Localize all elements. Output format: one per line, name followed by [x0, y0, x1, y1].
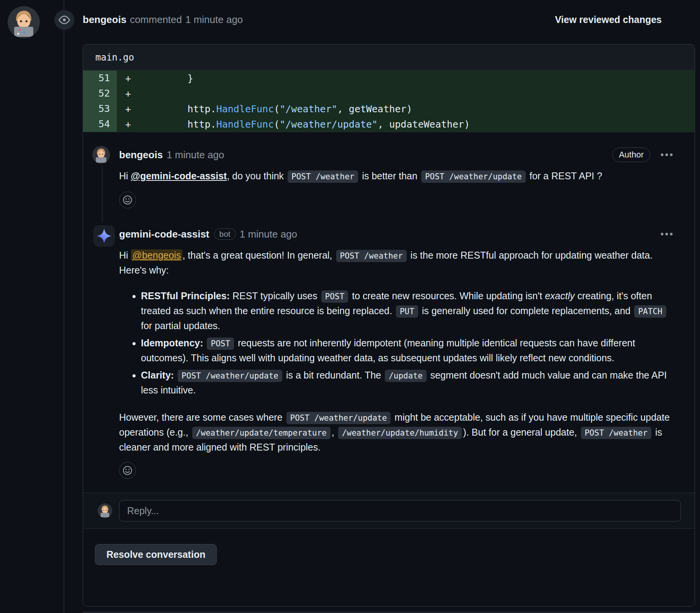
comment-timestamp[interactable]: 1 minute ago	[167, 149, 224, 161]
inline-code: POST /weather/update	[178, 370, 282, 382]
bot-badge: bot	[214, 228, 236, 240]
diff-addition-sign: +	[117, 73, 141, 84]
review-action-text: commented	[130, 14, 182, 26]
diff-addition-sign: +	[117, 103, 141, 115]
reply-input[interactable]	[119, 500, 681, 521]
resolve-area: Resolve conversation	[83, 529, 695, 565]
inline-code: POST /weather	[581, 427, 651, 439]
inline-code: PATCH	[634, 305, 666, 318]
mention-link[interactable]: @bengeois	[131, 249, 183, 261]
comment-menu-button[interactable]	[660, 232, 673, 236]
inline-code: /update	[385, 370, 427, 382]
reviewer-username-link[interactable]: bengeois	[83, 14, 126, 26]
memoji-avatar-image	[98, 503, 112, 518]
review-timestamp[interactable]: 1 minute ago	[185, 14, 243, 26]
smiley-icon	[123, 195, 132, 205]
comment-bullet-list: RESTful Principles: REST typically uses …	[141, 289, 673, 397]
diff-addition-sign: +	[117, 119, 141, 130]
comment-author-link[interactable]: bengeois	[119, 149, 163, 161]
gemini-bot-avatar[interactable]	[93, 225, 115, 247]
diff-line-number: 53	[83, 101, 117, 116]
timeline-connector	[64, 0, 64, 613]
inline-code: POST /weather/update	[421, 170, 526, 183]
comment-header: gemini-code-assist bot 1 minute ago	[119, 225, 673, 243]
inline-code: POST	[321, 290, 348, 303]
comment-timestamp[interactable]: 1 minute ago	[240, 228, 297, 240]
inline-code: /weather/update/temperature	[192, 427, 330, 439]
commenter-avatar[interactable]	[92, 146, 110, 164]
diff-code-text: }	[141, 73, 193, 84]
comment-bengeois: bengeois 1 minute ago Author Hi @gemini-…	[119, 146, 673, 208]
avatar-connector-line	[102, 166, 103, 223]
reviewer-avatar[interactable]	[8, 6, 40, 38]
comment-thread: bengeois 1 minute ago Author Hi @gemini-…	[83, 132, 695, 493]
next-section-divider	[83, 612, 700, 613]
inline-code: /weather/update/humidity	[338, 427, 462, 439]
current-user-avatar	[98, 503, 112, 518]
author-badge: Author	[612, 148, 650, 162]
inline-code: POST /weather/update	[286, 412, 391, 424]
memoji-avatar-image	[8, 6, 40, 38]
comment-author-link[interactable]: gemini-code-assist	[119, 228, 209, 240]
review-thread-card: main.go 51 + } 52 + 53 + http.HandleFunc…	[83, 44, 695, 606]
review-event-badge	[54, 10, 74, 30]
comment-gemini-code-assist: gemini-code-assist bot 1 minute ago Hi @…	[119, 225, 673, 479]
comment-outro: However, there are some cases where POST…	[119, 410, 673, 454]
kebab-horizontal-icon	[660, 232, 673, 236]
kebab-horizontal-icon	[660, 153, 673, 157]
diff-block: 51 + } 52 + 53 + http.HandleFunc("/weath…	[83, 70, 695, 132]
diff-code-text: http.HandleFunc("/weather", getWeather)	[141, 103, 412, 115]
memoji-avatar-image	[92, 146, 110, 164]
comment-intro: Hi @bengeois, that's a great question! I…	[119, 248, 673, 277]
diff-code-text: http.HandleFunc("/weather/update", updat…	[141, 119, 470, 130]
file-header: main.go	[83, 44, 695, 70]
file-name[interactable]: main.go	[95, 52, 134, 63]
resolve-conversation-button[interactable]: Resolve conversation	[95, 544, 217, 565]
smiley-icon	[123, 465, 132, 475]
inline-code: POST /weather	[288, 170, 358, 183]
comment-header: bengeois 1 minute ago Author	[119, 146, 673, 164]
diff-line: 53 + http.HandleFunc("/weather", getWeat…	[83, 101, 695, 116]
diff-addition-sign: +	[117, 88, 141, 99]
diff-line: 52 +	[83, 86, 695, 101]
view-reviewed-changes-link[interactable]: View reviewed changes	[555, 14, 662, 25]
diff-line-number: 51	[83, 70, 117, 86]
add-reaction-button[interactable]	[119, 462, 136, 479]
bullet-idempotency: Idempotency: POST requests are not inher…	[141, 336, 673, 365]
add-reaction-button[interactable]	[119, 192, 136, 208]
inline-code: POST /weather	[336, 250, 407, 262]
mention-link[interactable]: @gemini-code-assist	[131, 170, 227, 181]
reply-section	[83, 493, 695, 529]
inline-code: POST	[207, 338, 234, 350]
inline-code: PUT	[396, 305, 418, 318]
comment-body: Hi @gemini-code-assist, do you think POS…	[119, 169, 673, 184]
bullet-restful-principles: RESTful Principles: REST typically uses …	[141, 289, 673, 333]
diff-line: 51 + }	[83, 70, 695, 86]
gemini-sparkle-icon	[96, 228, 112, 244]
diff-line-number: 54	[83, 116, 117, 132]
eye-icon	[59, 14, 70, 26]
bullet-clarity: Clarity: POST /weather/update is a bit r…	[141, 368, 673, 397]
review-header: bengeois commented 1 minute ago View rev…	[83, 14, 662, 26]
comment-menu-button[interactable]	[660, 153, 673, 157]
diff-line-number: 52	[83, 86, 117, 101]
diff-line: 54 + http.HandleFunc("/weather/update", …	[83, 116, 695, 132]
